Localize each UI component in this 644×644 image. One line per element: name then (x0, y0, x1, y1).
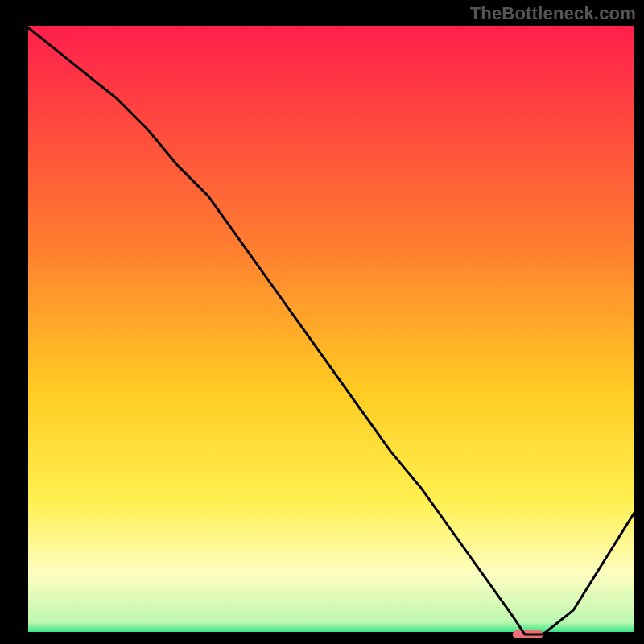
bottleneck-chart (0, 0, 644, 644)
watermark-text: TheBottleneck.com (470, 3, 636, 24)
plot-background (26, 26, 634, 634)
chart-container: TheBottleneck.com (0, 0, 644, 644)
